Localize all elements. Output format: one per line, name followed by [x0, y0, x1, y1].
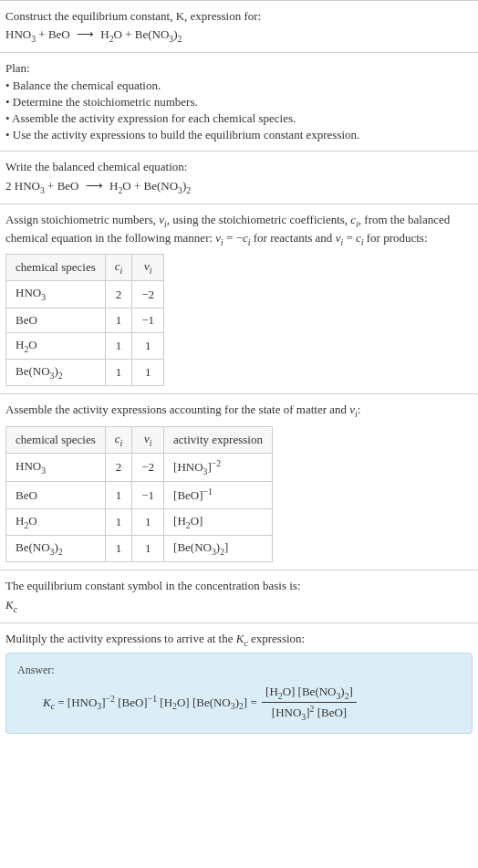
- cell-ci: 1: [105, 508, 132, 535]
- col-nui: νi: [132, 255, 164, 281]
- answer-label: Answer:: [17, 663, 461, 678]
- fraction-numerator: [H2O] [Be(NO3)2]: [262, 684, 357, 703]
- cell-ci: 2: [105, 281, 132, 308]
- col-ci: ci: [105, 255, 132, 281]
- col-nui: νi: [132, 426, 164, 453]
- col-activity: activity expression: [164, 426, 273, 453]
- table-row: BeO 1 −1: [6, 308, 164, 332]
- col-species: chemical species: [6, 426, 106, 453]
- prompt-equation: HNO3 + BeO ⟶ H2O + Be(NO3)2: [5, 26, 473, 45]
- species-beno32: Be(NO3)2: [143, 179, 191, 193]
- plan-bullet-3: • Assemble the activity expression for e…: [5, 110, 473, 127]
- prompt-line1: Construct the equilibrium constant, K, e…: [5, 8, 473, 25]
- table-row: H2O 1 1 [H2O]: [6, 508, 273, 535]
- species-h2o: H2O: [109, 179, 131, 193]
- prompt-section: Construct the equilibrium constant, K, e…: [0, 0, 478, 52]
- col-species: chemical species: [6, 255, 106, 281]
- activity-table: chemical species ci νi activity expressi…: [5, 426, 273, 563]
- cell-species: BeO: [6, 482, 106, 509]
- cell-nui: −1: [132, 482, 164, 509]
- cell-nui: 1: [132, 536, 164, 562]
- cell-ci: 1: [105, 536, 132, 562]
- table-row: HNO3 2 −2 [HNO3]−2: [6, 453, 273, 482]
- species-beo: BeO: [57, 179, 79, 193]
- cell-ci: 1: [105, 482, 132, 509]
- cell-species: H2O: [6, 508, 106, 535]
- cell-ci: 1: [105, 332, 132, 359]
- table-header-row: chemical species ci νi: [6, 255, 164, 281]
- stoich-table: chemical species ci νi HNO3 2 −2 BeO 1 −…: [5, 254, 164, 386]
- kc-symbol: Kc: [5, 597, 473, 615]
- fraction-denominator: [HNO3]2 [BeO]: [262, 703, 357, 724]
- multiply-section: Mulitply the activity expressions to arr…: [0, 622, 478, 741]
- cell-nui: −1: [132, 308, 164, 332]
- plan-bullet-2: • Determine the stoichiometric numbers.: [5, 94, 473, 110]
- cell-nui: 1: [132, 508, 164, 535]
- balanced-heading: Write the balanced chemical equation:: [5, 159, 473, 175]
- reaction-arrow-icon: ⟶: [82, 179, 107, 193]
- answer-box: Answer: Kc = [HNO3]−2 [BeO]−1 [H2O] [Be(…: [5, 653, 473, 734]
- cell-activity: [H2O]: [164, 508, 273, 535]
- plan-bullet-4: • Use the activity expressions to build …: [5, 127, 473, 143]
- species-hno3: HNO3: [15, 179, 45, 193]
- table-row: Be(NO3)2 1 1 [Be(NO3)2]: [6, 536, 273, 562]
- table-row: H2O 1 1: [6, 332, 164, 359]
- cell-species: H2O: [6, 332, 106, 359]
- col-ci: ci: [105, 426, 132, 453]
- species-hno3: HNO3: [5, 27, 36, 41]
- balanced-section: Write the balanced chemical equation: 2 …: [0, 151, 478, 203]
- symbol-text: The equilibrium constant symbol in the c…: [5, 578, 473, 594]
- species-beo: BeO: [48, 27, 70, 41]
- plan-section: Plan: • Balance the chemical equation. •…: [0, 52, 478, 151]
- cell-ci: 1: [105, 308, 132, 332]
- cell-activity: [HNO3]−2: [164, 453, 273, 482]
- activity-heading: Assemble the activity expressions accoun…: [5, 402, 473, 420]
- reaction-arrow-icon: ⟶: [73, 27, 98, 41]
- balanced-equation: 2 HNO3 + BeO ⟶ H2O + Be(NO3)2: [5, 178, 473, 196]
- cell-nui: 1: [132, 332, 164, 359]
- cell-species: Be(NO3)2: [6, 536, 106, 562]
- cell-nui: −2: [132, 281, 164, 308]
- table-row: Be(NO3)2 1 1: [6, 360, 164, 386]
- cell-species: Be(NO3)2: [6, 360, 106, 386]
- stoich-section: Assign stoichiometric numbers, νi, using…: [0, 204, 478, 394]
- plan-bullet-1: • Balance the chemical equation.: [5, 78, 473, 94]
- table-row: HNO3 2 −2: [6, 281, 164, 308]
- prompt-text: Construct the equilibrium constant, K, e…: [5, 9, 261, 23]
- multiply-text: Mulitply the activity expressions to arr…: [5, 631, 473, 649]
- cell-species: HNO3: [6, 281, 106, 308]
- symbol-section: The equilibrium constant symbol in the c…: [0, 570, 478, 622]
- species-beno32: Be(NO3)2: [135, 27, 182, 41]
- cell-activity: [BeO]−1: [164, 482, 273, 509]
- stoich-text: Assign stoichiometric numbers, νi, using…: [5, 212, 473, 248]
- cell-species: HNO3: [6, 453, 106, 482]
- cell-ci: 2: [105, 453, 132, 482]
- kc-expression: Kc = [HNO3]−2 [BeO]−1 [H2O] [Be(NO3)2] =…: [17, 684, 461, 724]
- cell-nui: −2: [132, 453, 164, 482]
- cell-activity: [Be(NO3)2]: [164, 536, 273, 562]
- cell-ci: 1: [105, 360, 132, 386]
- species-h2o: H2O: [100, 27, 122, 41]
- fraction: [H2O] [Be(NO3)2] [HNO3]2 [BeO]: [262, 684, 357, 724]
- activity-section: Assemble the activity expressions accoun…: [0, 393, 478, 570]
- cell-species: BeO: [6, 308, 106, 332]
- plan-heading: Plan:: [5, 60, 473, 77]
- table-header-row: chemical species ci νi activity expressi…: [6, 426, 273, 453]
- table-row: BeO 1 −1 [BeO]−1: [6, 482, 273, 509]
- cell-nui: 1: [132, 360, 164, 386]
